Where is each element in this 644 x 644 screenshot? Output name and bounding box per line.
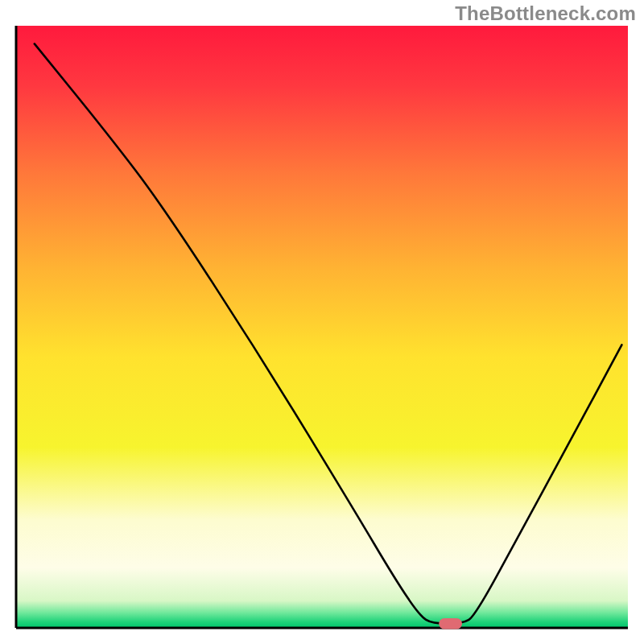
chart-container: TheBottleneck.com [0,0,644,644]
gradient-background [16,26,628,628]
bottleneck-chart [0,0,644,644]
optimal-point [439,618,462,629]
